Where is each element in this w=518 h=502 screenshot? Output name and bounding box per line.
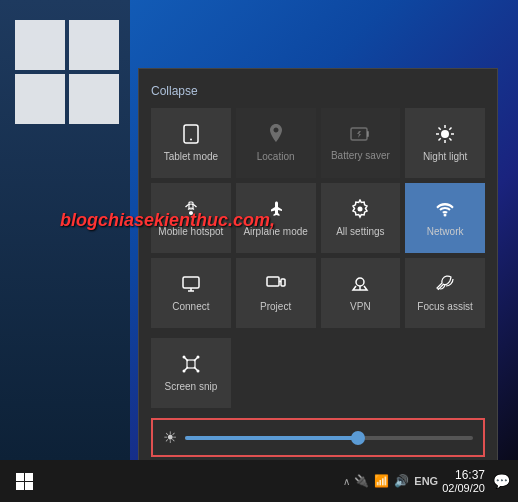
project-icon [266,274,286,297]
notification-icon[interactable]: 💬 [493,473,510,489]
win-icon-sq-1 [16,473,24,481]
svg-rect-16 [183,277,199,288]
tiles-bottom-grid: Screen snip [151,338,485,408]
tablet-mode-icon [181,124,201,147]
svg-point-14 [358,206,363,211]
svg-rect-20 [281,279,285,286]
win-sq-4 [69,74,119,124]
tile-vpn[interactable]: VPN [321,258,401,328]
night-light-icon [435,124,455,147]
taskbar-left [0,460,44,502]
svg-point-26 [196,355,199,358]
clock[interactable]: 16:37 02/09/20 [442,468,485,494]
tile-focus-assist[interactable]: Focus assist [405,258,485,328]
brightness-icon: ☀ [163,428,177,447]
all-settings-icon [350,199,370,222]
svg-rect-3 [367,131,369,137]
tile-battery-saver[interactable]: Battery saver [321,108,401,178]
win-icon-sq-4 [25,482,33,490]
svg-line-9 [439,127,441,129]
brightness-slider-thumb[interactable] [351,431,365,445]
tile-network-label: Network [427,226,464,238]
taskbar: ∧ 🔌 📶 🔊 ENG 16:37 02/09/20 💬 [0,460,518,502]
tile-focus-assist-label: Focus assist [417,301,473,313]
svg-point-25 [182,355,185,358]
tray-icons: 🔌 📶 🔊 ENG [354,474,438,488]
win-icon-sq-2 [25,473,33,481]
svg-line-10 [449,138,451,140]
taskbar-right: ∧ 🔌 📶 🔊 ENG 16:37 02/09/20 💬 [343,468,518,494]
network-tray-icon: 🔌 [354,474,369,488]
screen-snip-icon [181,354,201,377]
tile-night-light-label: Night light [423,151,467,163]
clock-date: 02/09/20 [442,482,485,494]
tile-connect-label: Connect [172,301,209,313]
win-sq-2 [69,20,119,70]
windows-logo [15,20,119,124]
clock-time: 16:37 [455,468,485,482]
svg-line-12 [439,138,441,140]
svg-line-11 [449,127,451,129]
brightness-control: ☀ [151,418,485,457]
connect-icon [181,274,201,297]
tile-project-label: Project [260,301,291,313]
tile-screen-snip-label: Screen snip [164,381,217,393]
focus-assist-icon [435,274,455,297]
tile-location-label: Location [257,151,295,163]
svg-point-15 [444,213,447,216]
tile-screen-snip[interactable]: Screen snip [151,338,231,408]
svg-point-22 [356,278,364,286]
tile-night-light[interactable]: Night light [405,108,485,178]
start-button[interactable] [4,460,44,502]
svg-point-27 [182,369,185,372]
location-icon [267,124,285,147]
tile-battery-saver-label: Battery saver [331,150,390,162]
win-icon-sq-3 [16,482,24,490]
action-center-panel: Collapse Tablet mode Location [138,68,498,470]
tile-all-settings-label: All settings [336,226,384,238]
svg-rect-24 [187,360,195,368]
svg-point-1 [190,138,192,140]
vpn-icon [350,274,370,297]
tile-all-settings[interactable]: All settings [321,183,401,253]
tile-network[interactable]: Network [405,183,485,253]
watermark: blogchiasekienthuc.com, [60,210,275,231]
tile-vpn-label: VPN [350,301,371,313]
tile-location[interactable]: Location [236,108,316,178]
win-sq-1 [15,20,65,70]
tile-project[interactable]: Project [236,258,316,328]
windows-start-icon [16,473,33,490]
network-icon [435,199,455,222]
brightness-slider-fill [185,436,358,440]
battery-saver-icon [350,125,370,146]
tile-tablet-mode[interactable]: Tablet mode [151,108,231,178]
volume-icon: 🔊 [394,474,409,488]
svg-point-28 [196,369,199,372]
win-sq-3 [15,74,65,124]
tile-tablet-mode-label: Tablet mode [164,151,218,163]
collapse-link[interactable]: Collapse [151,84,198,98]
tile-connect[interactable]: Connect [151,258,231,328]
svg-rect-19 [267,277,279,286]
svg-point-4 [441,130,449,138]
tray-chevron[interactable]: ∧ [343,476,350,487]
wifi-icon: 📶 [374,474,389,488]
brightness-slider-track[interactable] [185,436,473,440]
language-badge: ENG [414,475,438,487]
